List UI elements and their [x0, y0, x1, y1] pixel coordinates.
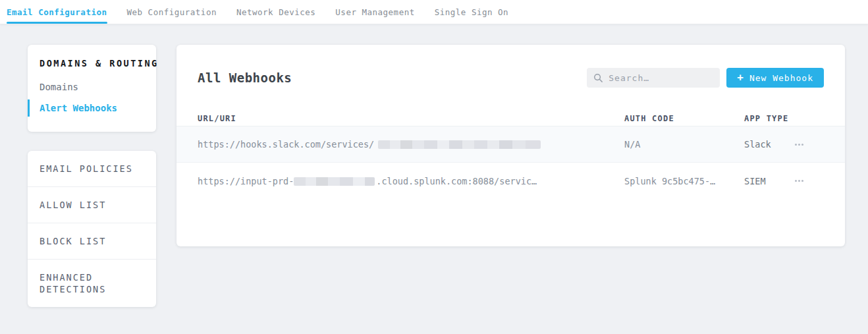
search-icon: [593, 73, 603, 83]
webhooks-header: All Webhooks + New Webhook: [176, 45, 845, 111]
sidebar-item-enhanced-detections[interactable]: ENHANCED DETECTIONS: [28, 259, 156, 307]
table-header: URL/URI AUTH CODE APP TYPE: [176, 111, 845, 126]
top-navigation: Email Configuration Web Configuration Ne…: [0, 0, 868, 24]
webhook-url: https://hooks.slack.com/services/: [198, 139, 624, 150]
table-row[interactable]: https://hooks.slack.com/services/ N/A Sl…: [176, 126, 845, 163]
sidebar-item-block-list[interactable]: BLOCK LIST: [28, 223, 156, 259]
tab-single-sign-on[interactable]: Single Sign On: [435, 0, 508, 24]
tab-web-configuration[interactable]: Web Configuration: [127, 0, 217, 24]
sidebar: DOMAINS & ROUTING Domains Alert Webhooks…: [28, 45, 156, 307]
plus-icon: +: [737, 72, 744, 83]
webhook-auth-code: N/A: [624, 139, 744, 150]
webhook-url: https://input-prd-.cloud.splunk.com:8088…: [198, 176, 624, 186]
table-row[interactable]: https://input-prd-.cloud.splunk.com:8088…: [176, 163, 845, 199]
sidebar-item-alert-webhooks[interactable]: Alert Webhooks: [28, 97, 156, 119]
sidebar-sections-card: EMAIL POLICIES ALLOW LIST BLOCK LIST ENH…: [28, 151, 156, 307]
header-actions: + New Webhook: [587, 68, 824, 88]
webhooks-panel: All Webhooks + New Webhook URL/URI AUTH …: [176, 45, 845, 246]
new-webhook-button[interactable]: + New Webhook: [726, 68, 824, 88]
column-header-url: URL/URI: [198, 114, 624, 123]
redacted-blur: [294, 177, 375, 186]
redacted-blur: [378, 140, 541, 149]
webhook-app-type: SIEM: [744, 176, 795, 186]
tab-user-management[interactable]: User Management: [335, 0, 414, 24]
column-header-auth-code: AUTH CODE: [624, 114, 744, 123]
sidebar-item-domains[interactable]: Domains: [28, 76, 156, 97]
domains-routing-title: DOMAINS & ROUTING: [28, 58, 156, 69]
search-box[interactable]: [587, 68, 720, 88]
tab-email-configuration[interactable]: Email Configuration: [7, 0, 107, 24]
sidebar-item-email-policies[interactable]: EMAIL POLICIES: [28, 151, 156, 186]
new-webhook-label: New Webhook: [749, 73, 813, 83]
column-header-app-type: APP TYPE: [744, 114, 795, 123]
row-actions-menu-icon[interactable]: [795, 180, 804, 182]
domains-routing-card: DOMAINS & ROUTING Domains Alert Webhooks: [28, 45, 156, 132]
sidebar-item-allow-list[interactable]: ALLOW LIST: [28, 186, 156, 223]
row-actions-menu-icon[interactable]: [795, 144, 804, 146]
tab-network-devices[interactable]: Network Devices: [236, 0, 315, 24]
webhook-auth-code: Splunk 9c5bc475-…: [624, 176, 744, 186]
search-input[interactable]: [609, 73, 713, 83]
webhook-app-type: Slack: [744, 139, 795, 150]
page-title: All Webhooks: [198, 70, 292, 85]
